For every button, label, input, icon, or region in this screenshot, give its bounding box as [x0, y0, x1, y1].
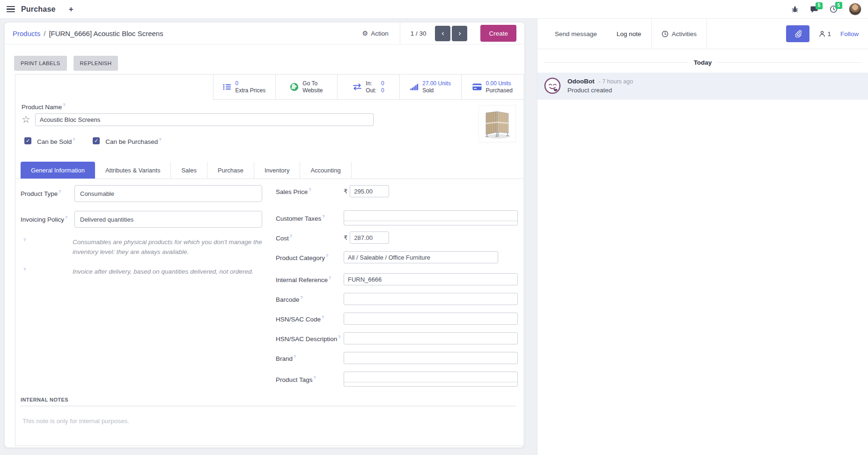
currency-symbol: ₹	[344, 234, 347, 241]
pager-previous-button[interactable]: ‹	[435, 26, 450, 41]
message-body: Product created	[567, 87, 633, 94]
log-note-button[interactable]: Log note	[607, 19, 652, 49]
invoicing-policy-select[interactable]	[74, 211, 262, 228]
hsn-sac-code-input[interactable]	[344, 313, 518, 325]
stat-button-go-to-website[interactable]: Go To Website	[275, 75, 338, 99]
help-marker[interactable]: ?	[65, 215, 67, 220]
internal-reference-input[interactable]	[344, 273, 518, 285]
schedule-activity-button[interactable]: Activities	[652, 19, 707, 49]
chatter-message[interactable]: OdooBot - 7 hours ago Product created	[537, 73, 868, 100]
help-marker[interactable]: ?	[329, 276, 331, 280]
help-marker[interactable]: ?	[309, 187, 311, 192]
tab-attributes-variants[interactable]: Attributes & Variants	[95, 162, 171, 179]
units-purchased-label: Purchased	[485, 87, 512, 94]
brand-label: Brand?	[276, 354, 344, 362]
customer-taxes-input[interactable]	[344, 210, 518, 225]
stat-button-units-purchased[interactable]: 0.00 Units Purchased	[461, 75, 523, 99]
page: Purchase + 5 5 Products / [FURN_6666] Ac…	[0, 0, 868, 455]
help-marker[interactable]: ?	[322, 214, 324, 219]
breadcrumb: Products / [FURN_6666] Acoustic Bloc Scr…	[13, 30, 163, 37]
tab-general-information[interactable]: General Information	[21, 162, 95, 179]
chatter-toolbar: Send message Log note Activities 1 Follo…	[537, 19, 868, 49]
extra-prices-value: 0	[235, 80, 265, 87]
breadcrumb-products-link[interactable]: Products	[13, 30, 40, 37]
stat-button-in-out[interactable]: In: 0 Out: 0	[337, 75, 399, 99]
activities-clock-icon[interactable]: 5	[830, 5, 838, 13]
notebook-tabs: General Information Attributes & Variant…	[21, 162, 352, 179]
tab-inventory[interactable]: Inventory	[254, 162, 300, 179]
help-marker[interactable]: ?	[338, 335, 340, 339]
can-be-sold-checkbox[interactable]: ✓	[24, 137, 31, 144]
new-tab-button[interactable]: +	[69, 5, 74, 14]
follower-person-icon	[819, 30, 825, 37]
transfer-arrows-icon	[353, 83, 362, 90]
stat-button-extra-prices[interactable]: 0 Extra Prices	[213, 75, 275, 99]
hsn-sac-description-input[interactable]	[344, 332, 518, 344]
barcode-input[interactable]	[344, 293, 518, 305]
follow-button[interactable]: Follow	[840, 30, 859, 37]
user-avatar[interactable]	[849, 3, 861, 15]
activities-badge: 5	[835, 2, 842, 9]
replenish-button[interactable]: REPLENISH	[74, 56, 118, 71]
action-menu-button[interactable]: ⚙ Action	[362, 30, 389, 37]
out-value: 0	[381, 87, 384, 94]
product-name-input[interactable]	[35, 113, 374, 126]
cost-input[interactable]	[350, 231, 389, 244]
product-tags-input[interactable]	[344, 372, 518, 387]
help-marker[interactable]: ?	[290, 234, 292, 239]
help-marker[interactable]: ?	[322, 315, 324, 320]
help-marker[interactable]: ?	[23, 267, 26, 272]
control-panel: Products / [FURN_6666] Acoustic Bloc Scr…	[5, 22, 524, 45]
product-category-input[interactable]	[344, 251, 498, 263]
product-type-select[interactable]	[74, 185, 262, 202]
help-marker[interactable]: ?	[326, 254, 328, 258]
help-marker[interactable]: ?	[73, 137, 75, 142]
form-left-column: Product Type? Invoicing Policy? ? Consum…	[21, 185, 269, 277]
in-label: In:	[366, 80, 376, 87]
pager-next-button[interactable]: ›	[452, 26, 467, 41]
brand-input[interactable]	[344, 352, 518, 364]
help-marker[interactable]: ?	[294, 354, 296, 359]
sale-purchase-options: ✓ Can be Sold? ✓ Can be Purchased?	[24, 137, 374, 145]
sales-price-input[interactable]	[350, 185, 389, 197]
help-marker[interactable]: ?	[59, 189, 61, 194]
debug-bug-icon[interactable]	[791, 6, 799, 13]
apps-menu-icon[interactable]	[7, 5, 15, 14]
breadcrumb-separator: /	[44, 30, 45, 37]
customer-taxes-label: Customer Taxes?	[276, 214, 344, 222]
favorite-star-icon[interactable]: ☆	[22, 114, 30, 125]
followers-button[interactable]: 1	[819, 30, 831, 37]
internal-notes-editor[interactable]: This note is only for internal purposes.	[22, 418, 516, 425]
help-marker[interactable]: ?	[159, 137, 161, 142]
invoicing-help-text: Invoice after delivery, based on quantit…	[73, 267, 262, 277]
pager-counter: 1 / 30	[411, 30, 427, 37]
app-title[interactable]: Purchase	[21, 5, 56, 14]
bar-chart-icon	[410, 83, 419, 90]
paperclip-icon	[794, 30, 802, 37]
help-marker[interactable]: ?	[300, 295, 302, 300]
consumable-help-text: Consumables are physical products for wh…	[73, 238, 262, 257]
attach-files-button[interactable]	[786, 25, 809, 42]
activity-clock-icon	[662, 30, 669, 37]
tab-purchase[interactable]: Purchase	[207, 162, 254, 179]
product-image[interactable]	[478, 105, 516, 142]
website-label: Website	[302, 87, 323, 94]
tab-sales[interactable]: Sales	[171, 162, 207, 179]
help-marker[interactable]: ?	[63, 103, 65, 107]
product-tags-label: Product Tags?	[276, 372, 344, 383]
help-marker[interactable]: ?	[314, 375, 316, 380]
gear-icon: ⚙	[362, 30, 368, 37]
extra-prices-label: Extra Prices	[235, 87, 265, 94]
stat-button-units-sold[interactable]: 27.00 Units Sold	[399, 75, 462, 99]
message-author[interactable]: OdooBot	[567, 78, 595, 85]
can-be-purchased-checkbox[interactable]: ✓	[93, 137, 100, 144]
messages-icon[interactable]: 5	[810, 6, 818, 13]
create-button[interactable]: Create	[480, 25, 516, 42]
help-marker[interactable]: ?	[23, 238, 26, 242]
divider	[400, 22, 400, 44]
tab-accounting[interactable]: Accounting	[300, 162, 351, 179]
send-message-button[interactable]: Send message	[545, 19, 607, 49]
print-labels-button[interactable]: PRINT LABELS	[14, 56, 67, 71]
internal-notes-section: INTERNAL NOTES This note is only for int…	[21, 397, 516, 425]
product-name-label: Product Name?	[22, 103, 374, 111]
